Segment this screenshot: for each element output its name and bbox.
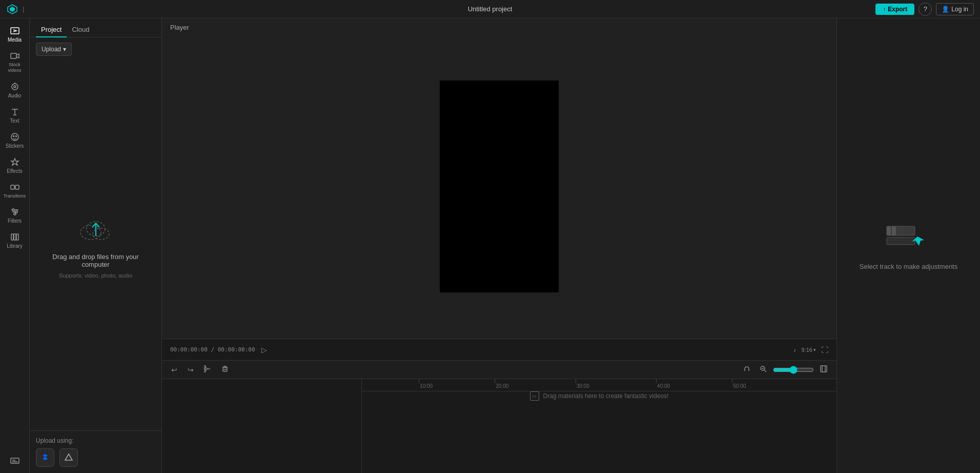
- svg-point-11: [13, 135, 14, 136]
- zoom-slider[interactable]: [773, 366, 814, 374]
- redo-button[interactable]: ↪: [185, 364, 197, 376]
- drag-drop-text: Drag and drop files from your computer: [40, 253, 151, 268]
- svg-rect-40: [204, 366, 206, 368]
- svg-rect-22: [11, 234, 13, 240]
- ruler-mark-50: 50:00: [732, 379, 746, 391]
- google-drive-button[interactable]: [59, 448, 78, 467]
- aspect-ratio-selector[interactable]: 9:16 ▾: [802, 347, 816, 353]
- timeline-tools-right: [740, 363, 830, 376]
- svg-rect-55: [887, 226, 915, 235]
- upload-button[interactable]: Upload ▾: [36, 43, 72, 56]
- ruler-mark-20: 20:00: [495, 379, 508, 391]
- svg-rect-13: [11, 185, 14, 189]
- timeline-body: 10:00 20:00 30:00 40:00 50:00: [162, 379, 836, 473]
- delete-icon: [221, 366, 229, 374]
- snap-button[interactable]: [740, 363, 753, 376]
- svg-marker-34: [65, 454, 72, 460]
- stickers-icon: [10, 132, 20, 142]
- player-label: Player: [162, 18, 836, 34]
- music-note-icon: ♪: [793, 347, 797, 353]
- player-area: Player 00:00:00:00 / 00:00:00:00 ▷ ♪ 9:1…: [162, 18, 836, 360]
- timeline-drop-zone: ▭ Drag materials here to create fantasti…: [362, 391, 836, 401]
- cloud-icon: [75, 214, 116, 248]
- sidebar-item-captions[interactable]: [1, 452, 29, 469]
- svg-rect-56: [887, 226, 891, 235]
- tab-cloud[interactable]: Cloud: [67, 23, 94, 37]
- media-panel: Project Cloud Upload ▾: [30, 18, 162, 473]
- user-icon: 👤: [942, 6, 949, 13]
- upload-cloud-illustration: [75, 213, 116, 249]
- select-track-text: Select track to make adjustments: [860, 263, 957, 270]
- zoom-out-button[interactable]: [757, 363, 770, 376]
- svg-rect-23: [14, 234, 16, 240]
- stock-videos-icon: [10, 51, 20, 61]
- sidebar-item-stickers[interactable]: Stickers: [1, 129, 29, 152]
- svg-point-4: [12, 84, 18, 90]
- redo-icon: ↪: [188, 366, 194, 374]
- panel-content: Drag and drop files from your computer S…: [30, 61, 161, 430]
- sidebar-item-media[interactable]: Media: [1, 23, 29, 46]
- play-button[interactable]: ▷: [261, 346, 267, 354]
- ruler-mark-30: 30:00: [576, 379, 589, 391]
- drop-hint: ▭ Drag materials here to create fantasti…: [530, 391, 669, 401]
- captions-icon: [10, 456, 20, 466]
- svg-rect-41: [204, 369, 206, 372]
- undo-icon: ↩: [171, 366, 177, 374]
- sidebar-item-transitions[interactable]: Transitions: [1, 179, 29, 202]
- timeline-toolbar: ↩ ↪: [162, 361, 836, 379]
- svg-marker-33: [43, 457, 48, 460]
- svg-rect-24: [16, 234, 18, 240]
- player-viewport: [162, 34, 836, 339]
- panel-tabs: Project Cloud: [30, 18, 161, 37]
- ruler-mark-40: 40:00: [656, 379, 670, 391]
- sidebar-item-stock-videos[interactable]: Stock videos: [1, 48, 29, 76]
- google-drive-icon: [64, 452, 74, 463]
- svg-rect-25: [11, 458, 19, 463]
- sidebar-item-library[interactable]: Library: [1, 229, 29, 252]
- icon-nav: Media Stock videos Audio: [0, 18, 30, 473]
- fullscreen-button[interactable]: ⛶: [821, 346, 828, 354]
- track-illustration-icon: [886, 221, 932, 254]
- svg-point-21: [14, 213, 16, 215]
- delete-button[interactable]: [218, 363, 232, 376]
- topbar: | Untitled project ↑ Export ? 👤 Log in: [0, 0, 980, 18]
- text-icon: [10, 107, 20, 117]
- help-button[interactable]: ?: [918, 3, 932, 16]
- center-content: Player 00:00:00:00 / 00:00:00:00 ▷ ♪ 9:1…: [162, 18, 836, 473]
- drop-hint-icon: ▭: [530, 391, 539, 401]
- logo-icon: [6, 3, 18, 15]
- svg-point-28: [80, 225, 101, 240]
- svg-point-5: [14, 86, 16, 88]
- svg-rect-57: [892, 226, 896, 235]
- library-icon: [10, 232, 20, 242]
- topbar-title: Untitled project: [468, 5, 513, 13]
- sidebar-item-text[interactable]: Text: [1, 104, 29, 127]
- sidebar-item-audio[interactable]: Audio: [1, 78, 29, 102]
- upload-using-label: Upload using:: [36, 437, 155, 444]
- topbar-left: |: [6, 3, 24, 15]
- timeline-ruler: 10:00 20:00 30:00 40:00 50:00: [362, 379, 836, 391]
- select-track-illustration: [886, 221, 932, 254]
- export-button[interactable]: ↑ Export: [875, 4, 914, 15]
- split-button[interactable]: [201, 363, 214, 376]
- timeline-section: ↩ ↪: [162, 360, 836, 473]
- dropbox-button[interactable]: [36, 448, 54, 467]
- main-area: Media Stock videos Audio: [0, 18, 980, 473]
- fit-icon: [820, 365, 827, 372]
- ruler-mark-10: 10:00: [419, 379, 433, 391]
- right-panel: Select track to make adjustments: [836, 18, 980, 473]
- media-icon: [10, 26, 20, 36]
- fit-button[interactable]: [817, 363, 830, 376]
- split-icon: [204, 366, 211, 374]
- magnet-icon: [743, 365, 750, 372]
- svg-rect-3: [11, 53, 16, 58]
- sidebar-item-filters[interactable]: Filters: [1, 204, 29, 227]
- sidebar-item-effects[interactable]: Effects: [1, 154, 29, 177]
- player-controls: 00:00:00:00 / 00:00:00:00 ▷ ♪ 9:16 ▾ ⛶: [162, 339, 836, 360]
- login-button[interactable]: 👤 Log in: [936, 3, 974, 15]
- tab-project[interactable]: Project: [36, 23, 67, 37]
- undo-button[interactable]: ↩: [168, 364, 180, 376]
- svg-rect-58: [887, 238, 915, 245]
- timeline-left-gutter: [162, 379, 362, 473]
- svg-line-51: [764, 370, 766, 372]
